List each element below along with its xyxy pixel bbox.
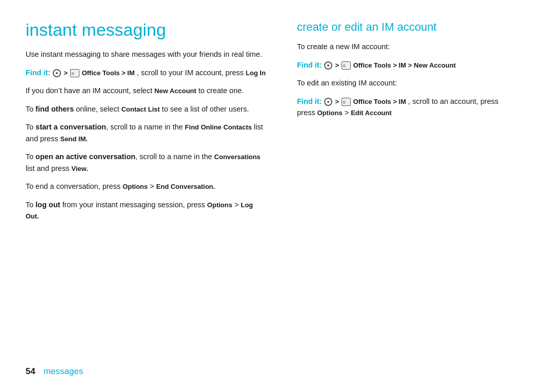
- find-it-3-action2: Edit Account: [351, 109, 392, 117]
- find-it-1-nav: Office Tools > IM: [82, 69, 135, 77]
- para7: To log out from your instant messaging s…: [26, 199, 266, 222]
- left-column: instant messaging Use instant messaging …: [26, 20, 266, 357]
- content-area: instant messaging Use instant messaging …: [26, 20, 527, 357]
- para6: To end a conversation, press Options > E…: [26, 181, 266, 192]
- find-it-1-action: Log In: [246, 69, 266, 77]
- find-it-2-nav: Office Tools > IM >: [353, 61, 412, 69]
- para3: To find others online, select Contact Li…: [26, 103, 266, 115]
- find-it-1-label: Find it:: [26, 69, 50, 77]
- find-it-3-label: Find it:: [297, 97, 322, 105]
- left-title: instant messaging: [26, 20, 266, 39]
- para4: To start a conversation, scroll to a nam…: [26, 121, 266, 144]
- page-number: 54: [26, 366, 35, 377]
- office-tools-icon-3: [342, 98, 351, 106]
- find-it-1: Find it: > Office Tools > IM , scroll to…: [26, 67, 266, 78]
- nav-circle-icon-1: [53, 69, 61, 77]
- find-it-3: Find it: > Office Tools > IM , scroll to…: [297, 96, 527, 119]
- find-it-2: Find it: > Office Tools > IM > New Accou…: [297, 59, 527, 71]
- find-it-1-icon-nav: > Office Tools > IM: [52, 69, 137, 77]
- para5: To open an active conversation, scroll t…: [26, 151, 266, 174]
- page: instant messaging Use instant messaging …: [0, 0, 553, 392]
- office-tools-icon-1: [70, 69, 79, 77]
- new-account-intro: To create a new IM account:: [297, 41, 527, 52]
- office-tools-icon-2: [342, 61, 351, 70]
- edit-account-intro: To edit an existing IM account:: [297, 77, 527, 89]
- find-it-3-action1: Options: [317, 109, 343, 117]
- find-it-2-label: Find it:: [297, 61, 322, 69]
- intro-paragraph: Use instant messaging to share messages …: [26, 49, 266, 60]
- para2-bold: New Account: [154, 87, 196, 95]
- find-it-3-nav-icons: > Office Tools > IM: [324, 97, 408, 105]
- find-it-2-action: New Account: [414, 61, 456, 69]
- para2: If you don’t have an IM account, select …: [26, 85, 266, 96]
- footer: 54 messages: [26, 362, 527, 377]
- nav-circle-icon-2: [324, 61, 332, 70]
- footer-label: messages: [44, 366, 83, 377]
- right-column: create or edit an IM account To create a…: [297, 20, 527, 357]
- nav-circle-icon-3: [324, 98, 332, 106]
- find-it-2-nav-icons: > Office Tools > IM > New Account: [324, 61, 456, 69]
- find-it-3-nav: Office Tools > IM: [353, 98, 406, 105]
- right-title: create or edit an IM account: [297, 20, 527, 34]
